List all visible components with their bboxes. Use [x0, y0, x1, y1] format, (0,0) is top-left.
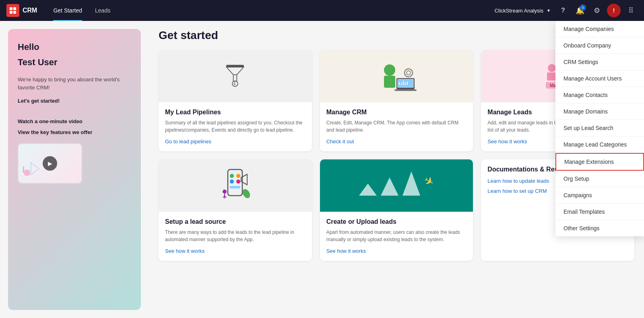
- crm-logo-text: CRM: [23, 7, 37, 14]
- dropdown-item-manage-domains[interactable]: Manage Domains: [555, 103, 644, 120]
- dropdown-item-onboard-company[interactable]: Onboard Company: [555, 37, 644, 54]
- greeting-hello: Hello: [18, 42, 131, 52]
- arrow-short: [359, 184, 377, 196]
- card-desc-manage-crm: Create, Edit, Manage CRM. The App comes …: [326, 119, 467, 134]
- svg-point-38: [223, 190, 227, 194]
- main-content: Hello Test User We're happy to bring you…: [0, 21, 644, 318]
- greeting-username: Test User: [18, 57, 131, 68]
- help-icon: ?: [561, 7, 565, 14]
- card-body-create-upload-leads: Create or Upload leads Apart from automa…: [320, 212, 473, 261]
- card-desc-lead-pipelines: Summary of all the lead pipelines assign…: [165, 119, 305, 134]
- card-img-manage-crm: [320, 50, 473, 102]
- card-body-manage-crm: Manage CRM Create, Edit, Manage CRM. The…: [320, 102, 473, 151]
- dropdown-item-org-setup[interactable]: Org Setup: [555, 171, 644, 187]
- card-link-manage-partial[interactable]: See how it works: [487, 138, 527, 145]
- card-link-create-upload-leads[interactable]: See how it works: [326, 248, 366, 254]
- paper-plane-icon: ✈: [422, 173, 436, 189]
- card-link-manage-crm[interactable]: Check it out: [326, 138, 354, 145]
- svg-point-17: [405, 69, 413, 77]
- card-manage-crm: Manage CRM Create, Edit, Manage CRM. The…: [320, 50, 473, 151]
- dropdown-item-manage-companies[interactable]: Manage Companies: [555, 21, 644, 37]
- card-create-upload-leads: ✈ Create or Upload leads Apart from auto…: [320, 159, 473, 261]
- svg-rect-36: [230, 186, 240, 188]
- dropdown-item-manage-extensions[interactable]: Manage Extensions: [555, 153, 644, 171]
- svg-marker-6: [31, 163, 39, 175]
- card-title-create-upload-leads: Create or Upload leads: [326, 218, 467, 225]
- notifications-button[interactable]: 🔔 0: [573, 4, 587, 17]
- nav-item-leads[interactable]: Leads: [89, 0, 117, 21]
- card-desc-setup-lead-source: There are many ways to add the leads to …: [165, 229, 305, 243]
- card-body-lead-pipelines: My Lead Pipelines Summary of all the lea…: [159, 102, 312, 151]
- card-title-setup-lead-source: Setup a lead source: [165, 218, 305, 225]
- nav-item-get-started[interactable]: Get Started: [47, 0, 89, 21]
- dropdown-item-campaigns[interactable]: Campaigns: [555, 187, 644, 204]
- card-desc-create-upload-leads: Apart from automated manner, users can a…: [326, 229, 467, 243]
- svg-point-24: [548, 64, 556, 72]
- card-img-funnel: $: [159, 50, 312, 102]
- svg-rect-5: [23, 167, 24, 173]
- avatar[interactable]: !: [607, 4, 621, 17]
- play-icon: ▶: [48, 160, 52, 167]
- nav-right-actions: ClickStream Analysis ? 🔔 0 ⚙ ! ⠿: [491, 4, 638, 17]
- svg-point-12: [384, 64, 395, 76]
- crm-logo[interactable]: CRM: [6, 4, 37, 17]
- view-features-link[interactable]: View the key features we offer: [18, 129, 131, 135]
- card-link-lead-pipelines[interactable]: Go to lead pipelines: [165, 138, 211, 145]
- dropdown-item-email-templates[interactable]: Email Templates: [555, 204, 644, 220]
- svg-rect-16: [394, 89, 417, 91]
- svg-rect-13: [384, 76, 395, 88]
- apps-grid-button[interactable]: ⠿: [624, 4, 638, 17]
- svg-point-34: [230, 180, 234, 184]
- dropdown-item-manage-contacts[interactable]: Manage Contacts: [555, 87, 644, 103]
- card-img-setup-lead-source: [159, 159, 312, 212]
- crm-logo-icon: [6, 4, 19, 17]
- card-img-create-upload-leads: ✈: [320, 159, 473, 212]
- play-button[interactable]: ▶: [43, 156, 57, 171]
- watch-video-link[interactable]: Watch a one-minute video: [18, 118, 131, 124]
- welcome-card: Hello Test User We're happy to bring you…: [8, 29, 141, 310]
- svg-rect-1: [13, 7, 16, 10]
- svg-text:$: $: [234, 82, 236, 86]
- account-selector[interactable]: ClickStream Analysis: [491, 6, 553, 15]
- card-body-setup-lead-source: Setup a lead source There are many ways …: [159, 212, 312, 261]
- help-button[interactable]: ?: [556, 4, 570, 17]
- card-setup-lead-source: Setup a lead source There are many ways …: [159, 159, 312, 261]
- card-my-lead-pipelines: $ My Lead Pipelines Summary of all the l…: [159, 50, 312, 151]
- dropdown-item-crm-settings[interactable]: CRM Settings: [555, 54, 644, 70]
- card-title-lead-pipelines: My Lead Pipelines: [165, 109, 305, 116]
- svg-point-33: [236, 174, 240, 178]
- dropdown-item-other-settings[interactable]: Other Settings: [555, 220, 644, 236]
- svg-marker-8: [227, 67, 244, 81]
- video-thumbnail[interactable]: ▶: [18, 143, 82, 184]
- svg-rect-0: [10, 7, 12, 10]
- svg-point-32: [230, 174, 234, 178]
- svg-point-4: [24, 169, 30, 176]
- svg-rect-3: [13, 11, 16, 14]
- top-navigation: CRM Get Started Leads ClickStream Analys…: [0, 0, 644, 21]
- card-link-setup-lead-source[interactable]: See how it works: [165, 248, 204, 254]
- apps-grid-icon: ⠿: [628, 6, 634, 15]
- settings-icon: ⚙: [594, 6, 600, 15]
- arrow-medium: [381, 178, 398, 196]
- svg-point-35: [236, 180, 240, 184]
- svg-rect-2: [10, 11, 12, 14]
- dropdown-menu: Manage Companies Onboard Company CRM Set…: [555, 21, 644, 236]
- notification-badge: 0: [580, 4, 586, 11]
- settings-button[interactable]: ⚙: [590, 4, 604, 17]
- arrow-tall: [402, 171, 420, 196]
- dropdown-item-manage-account-users[interactable]: Manage Account Users: [555, 70, 644, 87]
- dropdown-item-manage-lead-categories[interactable]: Manage Lead Categories: [555, 136, 644, 153]
- svg-point-18: [407, 71, 411, 75]
- card-title-manage-crm: Manage CRM: [326, 109, 467, 116]
- cta-text: Let's get started!: [18, 98, 131, 104]
- dropdown-item-set-up-lead-search[interactable]: Set up Lead Search: [555, 120, 644, 136]
- welcome-message: We're happy to bring you aboard the worl…: [18, 76, 131, 91]
